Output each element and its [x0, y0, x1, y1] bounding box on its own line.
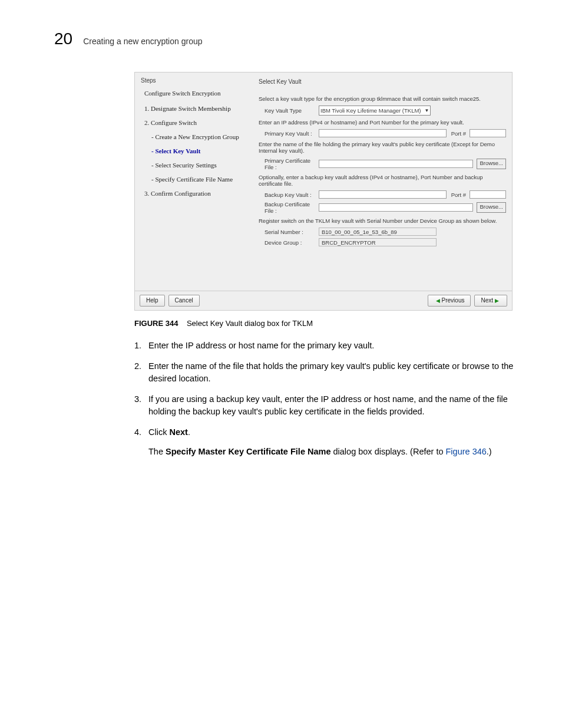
chevron-down-icon: ▼ [425, 108, 429, 113]
backup-port-label: Port # [451, 192, 466, 198]
backup-cert-label: Backup Certificate File : [259, 201, 319, 214]
device-group-label: Device Group : [259, 239, 319, 246]
instruction-1: Select a key vault type for the encrypti… [259, 95, 506, 102]
dialog-footer: Help Cancel ◀Previous Next▶ [135, 291, 512, 310]
primary-key-vault-label: Primary Key Vault : [259, 130, 319, 137]
select-key-vault-panel: Select Key Vault Select a key vault type… [256, 73, 512, 291]
page-number: 20 [54, 29, 72, 48]
instruction-4: Optionally, enter a backup key vault add… [259, 174, 506, 187]
substep-select-key-vault[interactable]: - Select Key Vault [151, 147, 253, 154]
select-key-vault-dialog: Steps Configure Switch Encryption 1. Des… [134, 72, 513, 311]
figure-346-link[interactable]: Figure 346 [446, 447, 487, 456]
steps-label: Steps [141, 77, 253, 84]
key-vault-type-label: Key Vault Type [259, 107, 319, 114]
device-group-value: BRCD_ENCRYPTOR [319, 238, 437, 246]
substep-security-settings[interactable]: - Select Security Settings [151, 162, 253, 169]
arrow-left-icon: ◀ [436, 296, 440, 305]
wizard-steps-pane: Steps Configure Switch Encryption 1. Des… [135, 73, 256, 291]
arrow-right-icon: ▶ [495, 296, 499, 305]
serial-number-label: Serial Number : [259, 229, 319, 235]
wizard-title: Configure Switch Encryption [144, 90, 253, 97]
backup-key-vault-label: Backup Key Vault : [259, 192, 319, 198]
next-button[interactable]: Next▶ [474, 295, 507, 307]
panel-title: Select Key Vault [259, 78, 506, 85]
figure-caption: FIGURE 344 Select Key Vault dialog box f… [134, 319, 515, 328]
procedure-step-4-note: The Specify Master Key Certificate File … [148, 446, 515, 458]
key-vault-type-value: IBM Tivoli Key Lifetime Manager (TKLM) [320, 107, 421, 114]
backup-key-vault-input[interactable] [319, 190, 447, 199]
primary-cert-browse-button[interactable]: Browse... [477, 159, 506, 169]
previous-button[interactable]: ◀Previous [428, 295, 471, 307]
instruction-2: Enter an IP address (IPv4 or hostname) a… [259, 119, 506, 126]
figure-text: Select Key Vault dialog box for TKLM [187, 319, 313, 328]
next-bold: Next [169, 427, 187, 437]
backup-cert-browse-button[interactable]: Browse... [477, 202, 506, 213]
instruction-3: Enter the name of the file holding the p… [259, 141, 506, 154]
cancel-button[interactable]: Cancel [168, 295, 200, 307]
page-header: 20 Creating a new encryption group [54, 29, 515, 48]
procedure-step-2: 2. Enter the name of the file that holds… [134, 360, 515, 385]
serial-number-value: B10_00_00_05_1e_53_6b_89 [319, 228, 437, 236]
page-title: Creating a new encryption group [83, 37, 202, 46]
primary-port-input[interactable] [470, 129, 506, 137]
procedure-step-4: 4. Click Next. The Specify Master Key Ce… [134, 426, 515, 458]
procedure-step-1: 1. Enter the IP address or host name for… [134, 340, 515, 352]
instruction-5: Register switch on the TKLM key vault wi… [259, 218, 506, 224]
primary-cert-label: Primary Certificate File : [259, 157, 319, 170]
step-configure-switch[interactable]: 2. Configure Switch [144, 119, 253, 126]
backup-cert-input[interactable] [319, 203, 473, 212]
procedure-step-3: 3. If you are using a backup key vault, … [134, 393, 515, 418]
substep-specify-cert[interactable]: - Specify Certificate File Name [151, 176, 253, 183]
primary-port-label: Port # [451, 130, 466, 137]
step-confirm-config[interactable]: 3. Confirm Configuration [144, 190, 253, 197]
step-designate-membership[interactable]: 1. Designate Switch Membership [144, 105, 253, 112]
help-button[interactable]: Help [140, 295, 165, 307]
primary-cert-input[interactable] [319, 160, 473, 168]
primary-key-vault-input[interactable] [319, 129, 447, 137]
procedure-list: 1. Enter the IP address or host name for… [134, 340, 515, 458]
backup-port-input[interactable] [470, 190, 506, 199]
substep-create-group[interactable]: - Create a New Encryption Group [151, 133, 253, 140]
figure-label: FIGURE 344 [134, 319, 178, 328]
key-vault-type-select[interactable]: IBM Tivoli Key Lifetime Manager (TKLM) ▼ [319, 106, 431, 116]
